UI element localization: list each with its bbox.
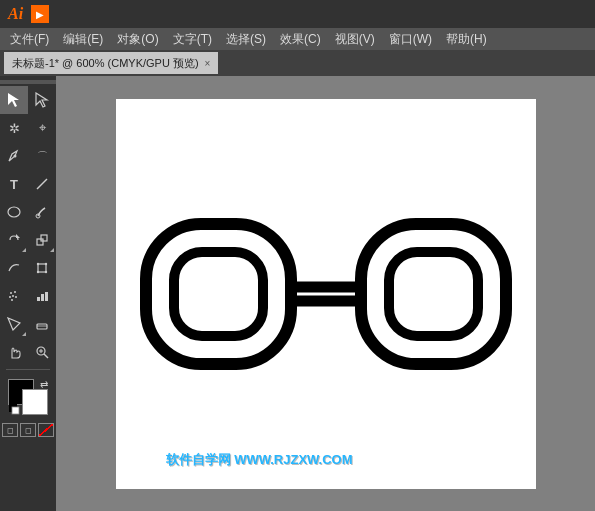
line-tool[interactable] [28,170,56,198]
menu-text[interactable]: 文字(T) [167,29,218,50]
direct-select-tool[interactable] [28,86,56,114]
menu-window[interactable]: 窗口(W) [383,29,438,50]
svg-point-19 [11,299,13,301]
svg-marker-6 [16,234,20,238]
background-color[interactable] [22,389,48,415]
free-transform-tool[interactable] [28,254,56,282]
menu-object[interactable]: 对象(O) [111,29,164,50]
menu-select[interactable]: 选择(S) [220,29,272,50]
menu-bar: 文件(F) 编辑(E) 对象(O) 文字(T) 选择(S) 效果(C) 视图(V… [0,28,595,50]
svg-point-16 [12,295,14,297]
tool-row-9 [0,310,56,338]
svg-rect-32 [174,252,263,336]
tool-row-7 [0,254,56,282]
tab-title: 未标题-1* @ 600% (CMYK/GPU 预览) [12,56,199,71]
slice-tool[interactable] [0,310,28,338]
none-icon[interactable] [38,423,54,437]
eraser-tool[interactable] [28,310,56,338]
menu-view[interactable]: 视图(V) [329,29,381,50]
svg-point-4 [8,207,20,217]
symbol-sprayer-tool[interactable] [0,282,28,310]
title-arrow-button[interactable]: ▶ [31,5,49,23]
watermark-text: 软件自学网 [166,452,231,467]
menu-file[interactable]: 文件(F) [4,29,55,50]
toolbar-divider [6,369,50,370]
small-mode-icons: ◻ ◻ [2,423,54,437]
svg-point-17 [9,296,11,298]
svg-marker-0 [8,93,19,107]
svg-rect-22 [45,292,48,301]
zoom-tool[interactable] [28,338,56,366]
reset-colors-icon[interactable] [8,403,20,415]
svg-rect-7 [37,239,43,245]
svg-line-26 [44,354,48,358]
rotate-tool[interactable] [0,226,28,254]
tool-row-2: ✲ ⌖ [0,114,56,142]
tool-row-4: T [0,170,56,198]
title-bar: Ai ▶ [0,0,595,28]
menu-effect[interactable]: 效果(C) [274,29,327,50]
svg-point-15 [14,291,16,293]
svg-rect-21 [41,294,44,301]
tool-row-5 [0,198,56,226]
svg-line-3 [37,179,47,189]
tool-row-1 [0,86,56,114]
tool-row-6 [0,226,56,254]
watermark: 软件自学网 WWW.RJZXW.COM [166,451,353,469]
select-tool[interactable] [0,86,28,114]
watermark-url: WWW.RJZXW.COM [234,452,352,467]
svg-rect-23 [37,324,47,329]
warp-tool[interactable] [0,254,28,282]
scale-tool[interactable] [28,226,56,254]
fill-icon[interactable]: ◻ [2,423,18,437]
svg-rect-34 [389,252,478,336]
svg-rect-33 [361,224,506,364]
canvas-area: 软件自学网 WWW.RJZXW.COM [56,76,595,511]
svg-rect-20 [37,297,40,301]
type-tool[interactable]: T [0,170,28,198]
svg-rect-30 [12,407,19,414]
ellipse-tool[interactable] [0,198,28,226]
curvature-tool[interactable]: ⌒ [28,142,56,170]
swap-colors-icon[interactable]: ⇄ [40,379,48,390]
tab-bar: 未标题-1* @ 600% (CMYK/GPU 预览) × [0,50,595,76]
artboard: 软件自学网 WWW.RJZXW.COM [116,99,536,489]
arrow-icon: ▶ [36,9,44,20]
tab-close-button[interactable]: × [205,58,211,69]
stroke-icon[interactable]: ◻ [20,423,36,437]
toolbar-scroll [0,80,56,84]
lasso-tool[interactable]: ⌖ [28,114,56,142]
svg-point-12 [37,271,39,273]
column-graph-tool[interactable] [28,282,56,310]
svg-point-18 [15,296,17,298]
glasses-graphic [136,194,516,394]
menu-edit[interactable]: 编辑(E) [57,29,109,50]
ai-logo: Ai [8,5,23,23]
pen-tool[interactable] [0,142,28,170]
tool-row-8 [0,282,56,310]
svg-point-13 [45,271,47,273]
svg-rect-8 [41,235,47,241]
svg-rect-31 [146,224,291,364]
svg-point-10 [37,263,39,265]
tool-row-3: ⌒ [0,142,56,170]
paintbrush-tool[interactable] [28,198,56,226]
hand-tool[interactable] [0,338,28,366]
document-tab[interactable]: 未标题-1* @ 600% (CMYK/GPU 预览) × [4,52,218,74]
color-area: ⇄ [0,375,56,419]
svg-point-11 [45,263,47,265]
tool-row-10 [0,338,56,366]
main-layout: ✲ ⌖ ⌒ T [0,76,595,511]
svg-marker-1 [36,93,47,107]
svg-point-14 [10,292,12,294]
magic-wand-tool[interactable]: ✲ [0,114,28,142]
svg-rect-9 [38,264,46,272]
menu-help[interactable]: 帮助(H) [440,29,493,50]
svg-point-2 [14,155,17,158]
left-toolbar: ✲ ⌖ ⌒ T [0,76,56,511]
color-boxes: ⇄ [8,379,48,415]
